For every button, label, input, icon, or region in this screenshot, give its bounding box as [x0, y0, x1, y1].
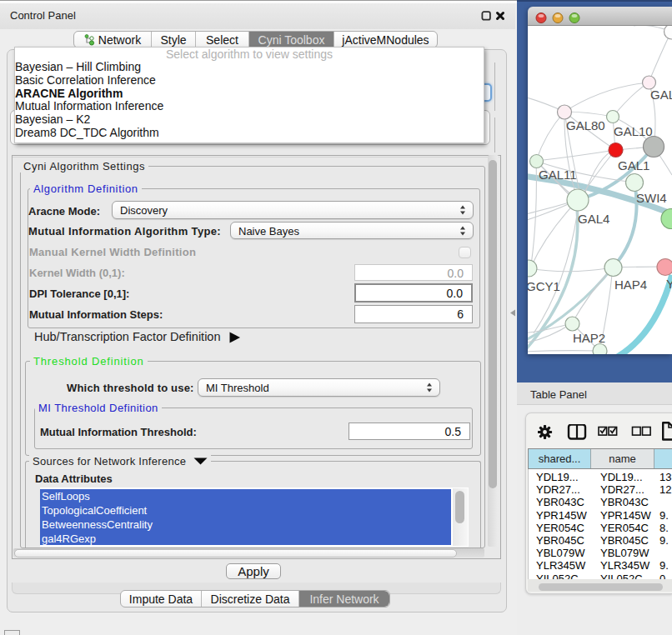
svg-text:GAL4: GAL4	[578, 212, 609, 226]
svg-text:HAP4: HAP4	[614, 278, 647, 292]
svg-text:SWI4: SWI4	[636, 191, 667, 205]
svg-text:GAL11: GAL11	[539, 168, 577, 182]
svg-text:GAL80: GAL80	[566, 118, 605, 132]
svg-text:GAL10: GAL10	[614, 124, 653, 138]
svg-text:GCY1: GCY1	[528, 279, 560, 293]
svg-text:YD: YD	[666, 277, 672, 291]
svg-text:HAP2: HAP2	[573, 331, 605, 345]
svg-text:GAL7: GAL7	[650, 88, 672, 102]
svg-text:GAL1: GAL1	[618, 158, 649, 172]
